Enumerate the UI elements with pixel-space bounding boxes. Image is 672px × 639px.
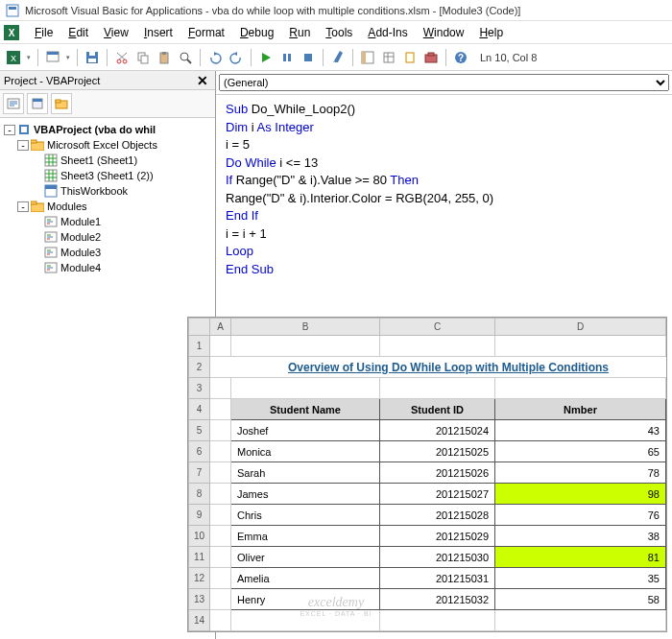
tree-label[interactable]: ThisWorkbook	[60, 185, 128, 197]
object-browser-button[interactable]	[400, 48, 420, 67]
cell-id[interactable]: 201215029	[380, 526, 495, 547]
tree-label[interactable]: Module1	[60, 216, 101, 227]
cell-id[interactable]: 201215031	[380, 568, 495, 589]
tree-toggle-icon[interactable]: -	[17, 140, 29, 151]
tree-node[interactable]: Module4	[4, 260, 211, 275]
project-explorer-button[interactable]	[358, 48, 377, 67]
cell[interactable]	[210, 357, 231, 378]
paste-button[interactable]	[155, 48, 174, 67]
menu-format[interactable]: Format	[180, 24, 232, 41]
help-button[interactable]: ?	[451, 48, 470, 67]
cell-name[interactable]: Joshef	[231, 420, 380, 441]
redo-button[interactable]	[227, 48, 246, 67]
row-header[interactable]: 9	[189, 505, 210, 526]
tree-node[interactable]: - VBAProject (vba do whil	[4, 122, 211, 137]
cell-id[interactable]: 201215026	[380, 462, 495, 484]
reset-button[interactable]	[299, 48, 318, 67]
tree-node[interactable]: ThisWorkbook	[4, 183, 211, 199]
table-header[interactable]: Student ID	[380, 399, 495, 420]
dropdown-arrow-icon[interactable]: ▾	[64, 54, 72, 61]
row-header[interactable]: 8	[189, 484, 210, 505]
cell[interactable]	[210, 378, 231, 399]
cell[interactable]	[210, 420, 231, 441]
cell-number[interactable]: 76	[495, 505, 666, 526]
find-button[interactable]	[176, 48, 195, 67]
cell[interactable]	[210, 526, 231, 547]
col-header[interactable]: C	[380, 319, 495, 336]
undo-button[interactable]	[205, 48, 225, 67]
cell[interactable]	[380, 610, 495, 631]
cell-number[interactable]: 43	[495, 420, 666, 441]
col-header[interactable]: A	[210, 319, 231, 336]
properties-button[interactable]	[379, 48, 398, 67]
row-header[interactable]: 14	[189, 610, 210, 631]
row-header[interactable]: 12	[189, 568, 210, 589]
cell[interactable]	[210, 399, 231, 420]
row-header[interactable]: 13	[189, 589, 210, 610]
toolbox-button[interactable]	[421, 48, 441, 67]
row-header[interactable]: 11	[189, 547, 210, 568]
menu-insert[interactable]: Insert	[136, 24, 180, 41]
object-select[interactable]: (General)	[219, 74, 669, 91]
col-header[interactable]: B	[231, 319, 380, 336]
table-header[interactable]: Student Name	[231, 399, 380, 420]
cell-name[interactable]: Oliver	[231, 547, 380, 568]
cell-number[interactable]: 98	[495, 484, 666, 505]
cell[interactable]	[380, 378, 495, 399]
cell[interactable]	[210, 441, 231, 462]
tree-node[interactable]: - Microsoft Excel Objects	[4, 137, 211, 153]
tree-label[interactable]: Sheet1 (Sheet1)	[60, 154, 137, 166]
row-header[interactable]: 3	[189, 378, 210, 399]
cell-name[interactable]: Monica	[231, 441, 380, 462]
design-mode-button[interactable]	[328, 48, 348, 67]
project-tree[interactable]: - VBAProject (vba do whil - Microsoft Ex…	[0, 118, 215, 639]
view-excel-button[interactable]: X	[4, 48, 23, 67]
cell-number[interactable]: 78	[495, 462, 666, 484]
cell-number[interactable]: 35	[495, 568, 666, 589]
menu-help[interactable]: Help	[471, 24, 511, 41]
close-icon[interactable]: ✕	[194, 73, 211, 88]
cell[interactable]	[210, 484, 231, 505]
menu-tools[interactable]: Tools	[318, 24, 360, 41]
break-button[interactable]	[277, 48, 297, 67]
cell-number[interactable]: 65	[495, 441, 666, 462]
tree-node[interactable]: Module3	[4, 245, 211, 260]
cell[interactable]	[495, 336, 666, 357]
cell-name[interactable]: Chris	[231, 505, 380, 526]
cell-name[interactable]: James	[231, 484, 380, 505]
row-header[interactable]: 5	[189, 420, 210, 441]
cell-id[interactable]: 201215030	[380, 547, 495, 568]
tree-label[interactable]: Modules	[47, 201, 87, 212]
cell-id[interactable]: 201215024	[380, 420, 495, 441]
tree-label[interactable]: VBAProject (vba do whil	[34, 124, 156, 135]
menu-run[interactable]: Run	[281, 24, 318, 41]
cell-name[interactable]: Amelia	[231, 568, 380, 589]
menu-debug[interactable]: Debug	[232, 24, 281, 41]
row-header[interactable]: 2	[189, 357, 210, 378]
menu-file[interactable]: File	[27, 24, 60, 41]
row-header[interactable]: 10	[189, 526, 210, 547]
menu-edit[interactable]: Edit	[60, 24, 96, 41]
tree-label[interactable]: Module2	[60, 231, 101, 243]
tree-label[interactable]: Sheet3 (Sheet1 (2))	[60, 170, 154, 181]
cell[interactable]	[231, 378, 380, 399]
menu-view[interactable]: View	[96, 24, 136, 41]
cut-button[interactable]	[112, 48, 132, 67]
cell[interactable]	[380, 336, 495, 357]
cell-number[interactable]: 81	[495, 547, 666, 568]
cell[interactable]	[210, 547, 231, 568]
cell-number[interactable]: 38	[495, 526, 666, 547]
run-button[interactable]	[256, 48, 276, 67]
insert-userform-button[interactable]	[43, 48, 62, 67]
tree-node[interactable]: Module2	[4, 229, 211, 245]
cell[interactable]	[210, 505, 231, 526]
tree-toggle-icon[interactable]: -	[4, 125, 15, 135]
cell[interactable]	[210, 462, 231, 484]
menu-window[interactable]: Window	[416, 24, 472, 41]
tree-label[interactable]: Module3	[60, 247, 101, 258]
cell[interactable]	[495, 378, 666, 399]
code-editor[interactable]: Sub Do_While_Loop2() Dim i As Integer i …	[216, 95, 672, 277]
col-header[interactable]: D	[495, 319, 666, 336]
copy-button[interactable]	[133, 48, 153, 67]
row-header[interactable]: 7	[189, 462, 210, 484]
